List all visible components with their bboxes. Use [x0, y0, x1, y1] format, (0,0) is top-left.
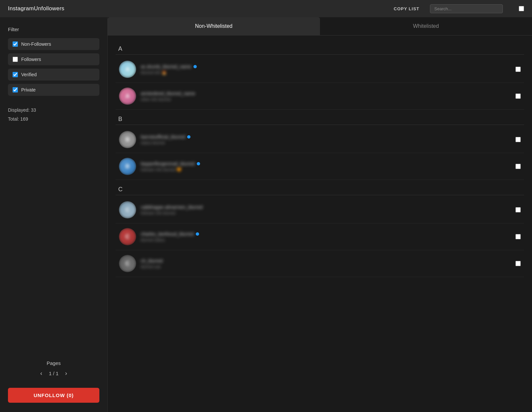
tab-whitelisted[interactable]: Whitelisted [320, 17, 532, 35]
filter-private[interactable]: Private [8, 84, 99, 96]
user-name: bayperflorgenmail_blurred [141, 161, 195, 166]
pagination: ‹ 1 / 1 › [8, 369, 99, 378]
followers-checkbox[interactable] [13, 57, 18, 62]
avatar: A [119, 61, 136, 78]
user-sub: follower info blurred [141, 211, 511, 215]
table-row: C charles_berthoud_blurred blurred statu… [116, 223, 524, 250]
topbar-select-all-checkbox[interactable] [519, 6, 524, 11]
verified-dot-icon [197, 162, 200, 165]
verified-dot-icon [187, 135, 190, 139]
private-checkbox[interactable] [13, 87, 18, 92]
user-select-checkbox[interactable] [515, 234, 521, 239]
tab-non-whitelisted[interactable]: Non-Whitelisted [108, 17, 320, 35]
user-name: ac.drumb_blurred_name [141, 64, 191, 69]
user-name-row: cabbhagan.almarmen_blurred [141, 205, 511, 210]
user-sub: blurred sub [141, 265, 511, 269]
table-row: A ac.drumb_blurred_name blurred info 🔥 [116, 56, 524, 83]
followers-label: Followers [21, 57, 41, 62]
table-row: A annieobred_blurred_name other info blu… [116, 83, 524, 110]
filter-non-followers[interactable]: Non-Followers [8, 38, 99, 50]
avatar: A [119, 88, 136, 105]
filter-verified[interactable]: Verified [8, 69, 99, 81]
private-label: Private [21, 87, 36, 92]
table-row: C ch_blurred blurred sub [116, 250, 524, 277]
user-sub: follower info blurred 🧡 [141, 167, 511, 172]
user-name: cabbhagan.almarmen_blurred [141, 205, 203, 210]
user-list: A A ac.drumb_blurred_name blurred info 🔥 [108, 35, 532, 281]
sidebar: Filter Non-Followers Followers Verified … [0, 17, 108, 412]
user-select-checkbox[interactable] [515, 164, 521, 169]
verified-dot-icon [196, 232, 199, 236]
verified-checkbox[interactable] [13, 72, 18, 77]
avatar: C [119, 228, 136, 245]
verified-dot-icon [193, 65, 197, 68]
tabs: Non-Whitelisted Whitelisted [108, 17, 532, 35]
table-row: C cabbhagan.almarmen_blurred follower in… [116, 197, 524, 223]
displayed-count: Displayed: 33 [8, 106, 99, 115]
user-select-checkbox[interactable] [515, 67, 521, 72]
section-divider-b [116, 125, 524, 125]
user-name: ch_blurred [141, 258, 163, 264]
user-info: ch_blurred blurred sub [141, 258, 511, 269]
user-name-row: charles_berthoud_blurred [141, 231, 511, 237]
page-prev-button[interactable]: ‹ [38, 369, 44, 378]
filter-label: Filter [8, 27, 99, 32]
user-sub: status blurred [141, 141, 511, 145]
page-indicator: 1 / 1 [49, 371, 58, 376]
verified-label: Verified [21, 72, 37, 77]
section-letter-b: B [116, 110, 524, 125]
avatar: C [119, 255, 136, 272]
user-sub: blurred info 🔥 [141, 70, 511, 75]
user-name: barrotsofficial_blurred [141, 134, 185, 140]
main-layout: Filter Non-Followers Followers Verified … [0, 17, 532, 412]
non-followers-checkbox[interactable] [13, 41, 18, 47]
user-info: barrotsofficial_blurred status blurred [141, 134, 511, 145]
user-name-row: bayperflorgenmail_blurred [141, 161, 511, 166]
avatar: C [119, 201, 136, 218]
search-input[interactable] [430, 4, 503, 13]
section-divider-c [116, 195, 524, 195]
user-name-row: ch_blurred [141, 258, 511, 264]
avatar: B [119, 158, 136, 175]
user-info: cabbhagan.almarmen_blurred follower info… [141, 205, 511, 215]
user-info: bayperflorgenmail_blurred follower info … [141, 161, 511, 172]
user-info: ac.drumb_blurred_name blurred info 🔥 [141, 64, 511, 75]
non-followers-label: Non-Followers [21, 41, 51, 47]
total-count: Total: 169 [8, 115, 99, 124]
section-letter-a: A [116, 39, 524, 54]
avatar: B [119, 131, 136, 148]
topbar: InstagramUnfollowers COPY LIST [0, 0, 532, 17]
user-name-row: annieobred_blurred_name [141, 91, 511, 96]
table-row: B barrotsofficial_blurred status blurred [116, 126, 524, 153]
section-divider-a [116, 54, 524, 55]
user-select-checkbox[interactable] [515, 137, 521, 142]
user-info: annieobred_blurred_name other info blurr… [141, 91, 511, 102]
stats: Displayed: 33 Total: 169 [8, 106, 99, 123]
filter-followers[interactable]: Followers [8, 53, 99, 65]
user-name-row: ac.drumb_blurred_name [141, 64, 511, 69]
user-name: charles_berthoud_blurred [141, 231, 194, 237]
app-title: InstagramUnfollowers [8, 5, 64, 12]
user-name: annieobred_blurred_name [141, 91, 195, 96]
user-sub: other info blurred [141, 97, 511, 102]
user-name-row: barrotsofficial_blurred [141, 134, 511, 140]
user-select-checkbox[interactable] [515, 93, 521, 99]
section-letter-c: C [116, 180, 524, 195]
table-row: B bayperflorgenmail_blurred follower inf… [116, 153, 524, 180]
user-sub: blurred status [141, 238, 511, 242]
user-info: charles_berthoud_blurred blurred status [141, 231, 511, 242]
user-select-checkbox[interactable] [515, 207, 521, 212]
page-next-button[interactable]: › [63, 369, 69, 378]
copy-list-button[interactable]: COPY LIST [394, 6, 419, 11]
user-select-checkbox[interactable] [515, 261, 521, 266]
content-area: Non-Whitelisted Whitelisted A A ac.drumb… [108, 17, 532, 412]
unfollow-button[interactable]: UNFOLLOW (0) [8, 388, 99, 403]
pages-title: Pages [8, 360, 99, 366]
